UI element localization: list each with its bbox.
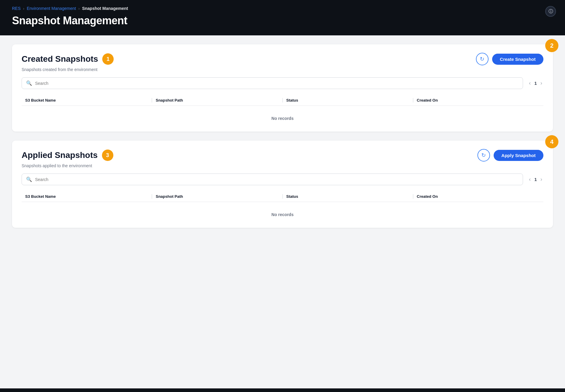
- created-snapshots-refresh-button[interactable]: ↻: [476, 53, 489, 65]
- breadcrumb-current: Snapshot Management: [82, 6, 128, 11]
- created-search-box: 🔍: [22, 77, 523, 89]
- created-snapshots-title: Created Snapshots: [22, 54, 98, 64]
- applied-search-box: 🔍: [22, 174, 523, 185]
- created-snapshots-badge: 1: [102, 53, 114, 65]
- created-table-header: S3 Bucket Name Snapshot Path Status Crea…: [22, 95, 543, 106]
- corner-badge-4: 4: [545, 135, 558, 148]
- created-snapshots-header: Created Snapshots 1 ↻ Create Snapshot: [22, 53, 543, 65]
- refresh-icon: ↻: [480, 56, 484, 62]
- applied-col-created: Created On: [413, 194, 543, 199]
- applied-snapshots-badge: 3: [102, 150, 113, 161]
- applied-search-icon: 🔍: [26, 177, 32, 182]
- applied-col-status: Status: [283, 194, 413, 199]
- applied-col-s3: S3 Bucket Name: [22, 194, 152, 199]
- created-page-number: 1: [534, 81, 537, 86]
- applied-snapshots-card: 4 Applied Snapshots 3 ↻ Apply Snapshot S…: [12, 141, 553, 228]
- applied-next-page-button[interactable]: ›: [539, 176, 543, 183]
- applied-page-number: 1: [534, 177, 537, 182]
- created-col-created: Created On: [413, 98, 543, 102]
- created-col-s3: S3 Bucket Name: [22, 98, 152, 102]
- created-next-page-button[interactable]: ›: [539, 79, 543, 87]
- header: RES › Environment Management › Snapshot …: [0, 0, 565, 35]
- created-search-row: 🔍 ‹ 1 ›: [22, 77, 543, 89]
- breadcrumb-env-mgmt[interactable]: Environment Management: [27, 6, 76, 11]
- applied-pagination: ‹ 1 ›: [528, 176, 543, 183]
- apply-snapshot-button[interactable]: Apply Snapshot: [494, 150, 543, 161]
- create-snapshot-button[interactable]: Create Snapshot: [492, 54, 543, 65]
- breadcrumb-res[interactable]: RES: [12, 6, 21, 11]
- applied-no-records: No records: [22, 207, 543, 219]
- created-snapshots-subtitle: Snapshots created from the environment: [22, 67, 543, 72]
- breadcrumb-sep-1: ›: [23, 6, 24, 11]
- corner-badge-2: 2: [545, 39, 558, 52]
- created-col-status: Status: [283, 98, 413, 102]
- applied-snapshots-header: Applied Snapshots 3 ↻ Apply Snapshot: [22, 149, 543, 162]
- info-icon-button[interactable]: ⓘ: [545, 6, 556, 17]
- info-icon: ⓘ: [549, 9, 553, 14]
- applied-snapshots-title: Applied Snapshots: [22, 150, 98, 160]
- applied-col-path: Snapshot Path: [152, 194, 282, 199]
- refresh-icon-2: ↻: [481, 152, 486, 159]
- created-title-group: Created Snapshots 1: [22, 53, 114, 65]
- page-title: Snapshot Management: [12, 14, 553, 27]
- applied-table-header: S3 Bucket Name Snapshot Path Status Crea…: [22, 191, 543, 202]
- applied-snapshots-actions: ↻ Apply Snapshot: [477, 149, 543, 162]
- breadcrumb-sep-2: ›: [78, 6, 79, 11]
- created-no-records: No records: [22, 111, 543, 123]
- applied-search-row: 🔍 ‹ 1 ›: [22, 174, 543, 185]
- breadcrumb: RES › Environment Management › Snapshot …: [12, 6, 553, 11]
- applied-prev-page-button[interactable]: ‹: [528, 176, 532, 183]
- applied-search-input[interactable]: [35, 177, 519, 182]
- created-prev-page-button[interactable]: ‹: [528, 79, 532, 87]
- applied-snapshots-refresh-button[interactable]: ↻: [477, 149, 490, 162]
- applied-snapshots-subtitle: Snapshots applied to the environment: [22, 163, 543, 168]
- created-pagination: ‹ 1 ›: [528, 79, 543, 87]
- created-search-input[interactable]: [35, 81, 519, 86]
- main-content: 2 Created Snapshots 1 ↻ Create Snapshot …: [0, 35, 565, 388]
- created-snapshots-card: 2 Created Snapshots 1 ↻ Create Snapshot …: [12, 44, 553, 132]
- created-search-icon: 🔍: [26, 80, 32, 86]
- created-snapshots-actions: ↻ Create Snapshot: [476, 53, 543, 65]
- created-col-path: Snapshot Path: [152, 98, 282, 102]
- applied-title-group: Applied Snapshots 3: [22, 150, 113, 161]
